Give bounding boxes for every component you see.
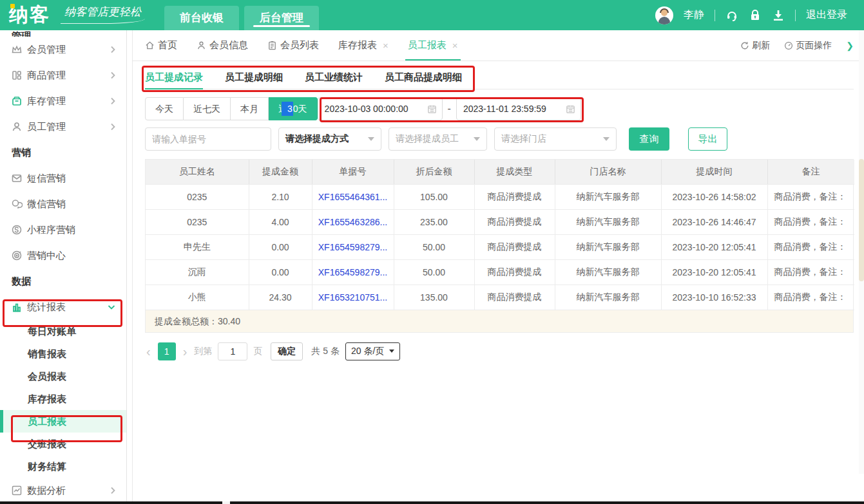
brand: 纳客 纳客管店更轻松 bbox=[0, 0, 145, 30]
sidebar-item-inventory-report[interactable]: 库存报表 bbox=[0, 387, 126, 410]
commission-employee-select[interactable]: 请选择提成员工 bbox=[389, 127, 487, 151]
range-month-button[interactable]: 本月 bbox=[231, 97, 269, 120]
header-right: 李静 退出登录 bbox=[655, 0, 864, 30]
col-order-no: 单据号 bbox=[312, 160, 394, 184]
tab-home[interactable]: 首页 bbox=[145, 30, 177, 61]
page-1-button[interactable]: 1 bbox=[158, 342, 176, 360]
tab-member-list[interactable]: 会员列表 bbox=[267, 30, 319, 61]
sidebar-item-data-analysis[interactable]: 数据分析 bbox=[0, 478, 126, 503]
sidebar-item-marketing-center[interactable]: 营销中心 bbox=[0, 243, 126, 268]
sidebar-item-inventory-mgmt[interactable]: 库存管理 bbox=[0, 88, 126, 114]
sidebar-item-miniprogram-marketing[interactable]: 小程序营销 bbox=[0, 217, 126, 243]
calendar-icon[interactable] bbox=[566, 104, 575, 114]
gauge-icon bbox=[784, 41, 793, 50]
commission-total-row: 提成金额总额：30.40 bbox=[145, 310, 854, 333]
chevron-right-icon bbox=[110, 122, 116, 131]
next-page-button[interactable]: › bbox=[182, 343, 189, 360]
download-icon[interactable] bbox=[772, 9, 785, 22]
subtab-performance-stats[interactable]: 员工业绩统计 bbox=[305, 71, 363, 89]
col-commission-time: 提成时间 bbox=[661, 160, 767, 184]
cell-store: 纳新汽车服务部 bbox=[555, 209, 661, 234]
range-7days-button[interactable]: 近七天 bbox=[184, 97, 231, 120]
cell-remark: 商品消费，备注： bbox=[767, 234, 854, 259]
chevron-right-icon[interactable]: ❯ bbox=[846, 41, 854, 51]
sidebar-item-member-report[interactable]: 会员报表 bbox=[0, 365, 126, 387]
sidebar-item-member-mgmt[interactable]: 会员管理 bbox=[0, 37, 126, 62]
order-no-link[interactable]: XF1654598279... bbox=[318, 242, 387, 252]
cell-remark: 商品消费，备注： bbox=[767, 285, 854, 310]
table-row: 0235 4.00 XF1655463286... 235.00 商品消费提成 … bbox=[146, 209, 854, 234]
cell-remark: 商品消费，备注： bbox=[767, 259, 854, 285]
table-row: 申先生 0.00 XF1654598279... 50.00 商品消费提成 纳新… bbox=[146, 234, 854, 259]
person-icon bbox=[11, 121, 23, 133]
tab-member-info[interactable]: 会员信息 bbox=[197, 30, 248, 61]
table-row: 0235 2.10 XF1655464361... 105.00 商品消费提成 … bbox=[146, 184, 854, 209]
page-unit-label: 页 bbox=[253, 346, 262, 357]
refresh-button[interactable]: 刷新 bbox=[740, 40, 770, 51]
search-button[interactable]: 查询 bbox=[629, 127, 669, 151]
sidebar-item-sales-report[interactable]: 销售报表 bbox=[0, 342, 126, 365]
page-operations-button[interactable]: 页面操作 bbox=[784, 40, 832, 51]
sidebar-item-daily-reconciliation[interactable]: 每日对账单 bbox=[0, 320, 126, 342]
caret-down-icon bbox=[389, 350, 394, 353]
vertical-scrollbar[interactable] bbox=[859, 30, 864, 474]
sidebar-clipped-label: 管理 bbox=[0, 30, 126, 37]
close-icon[interactable]: × bbox=[452, 40, 458, 51]
wechat-icon bbox=[11, 198, 23, 210]
close-icon[interactable]: × bbox=[383, 40, 389, 51]
order-no-link[interactable]: XF1655464361... bbox=[318, 192, 387, 202]
commission-method-select[interactable]: 请选择提成方式 bbox=[278, 127, 381, 151]
sidebar: 管理 会员管理 商品管理 bbox=[0, 30, 127, 504]
headset-icon[interactable] bbox=[725, 9, 738, 22]
cell-store: 纳新汽车服务部 bbox=[555, 259, 661, 285]
scrollbar-thumb[interactable] bbox=[859, 159, 864, 281]
clipboard-icon bbox=[267, 41, 277, 50]
sidebar-item-finance-settlement[interactable]: 财务结算 bbox=[0, 455, 126, 478]
order-no-link[interactable]: XF1653210751... bbox=[318, 292, 387, 303]
sidebar-item-stats-reports[interactable]: 统计报表 bbox=[0, 294, 126, 320]
cell-employee: 沉雨 bbox=[146, 259, 249, 285]
start-date-input[interactable]: 2023-10-03 00:00:00 bbox=[318, 97, 443, 120]
crown-icon bbox=[11, 44, 23, 55]
subtab-commission-details[interactable]: 员工提成明细 bbox=[225, 71, 283, 89]
subtab-goods-commission-details[interactable]: 员工商品提成明细 bbox=[385, 71, 462, 89]
date-separator: - bbox=[448, 103, 451, 115]
page-size-select[interactable]: 20 条/页 bbox=[345, 342, 400, 360]
store-select[interactable]: 请选择门店 bbox=[494, 127, 617, 151]
tab-inventory-report[interactable]: 库存报表 × bbox=[338, 30, 389, 61]
cell-type: 商品消费提成 bbox=[474, 285, 555, 310]
end-date-input[interactable]: 2023-11-01 23:59:59 bbox=[456, 97, 581, 120]
logo-accent bbox=[10, 4, 15, 8]
goto-page-input[interactable] bbox=[218, 342, 247, 360]
cell-store: 纳新汽车服务部 bbox=[555, 234, 661, 259]
envelope-icon bbox=[11, 173, 23, 184]
home-icon bbox=[145, 41, 155, 50]
nav-front-cashier[interactable]: 前台收银 bbox=[164, 6, 239, 30]
order-no-input[interactable] bbox=[145, 127, 271, 151]
table-row: 小熊 24.30 XF1653210751... 135.00 商品消费提成 纳… bbox=[146, 285, 854, 310]
subtab-commission-records[interactable]: 员工提成记录 bbox=[145, 71, 203, 89]
calendar-icon[interactable] bbox=[427, 104, 437, 114]
range-today-button[interactable]: 今天 bbox=[145, 97, 184, 120]
bar-chart-icon bbox=[11, 301, 23, 313]
sidebar-item-wechat-marketing[interactable]: 微信营销 bbox=[0, 191, 126, 217]
user-avatar[interactable] bbox=[655, 6, 673, 24]
nav-backend-admin[interactable]: 后台管理 bbox=[244, 6, 319, 30]
sidebar-item-employee-report[interactable]: 员工报表 bbox=[0, 410, 126, 433]
sidebar-item-shift-report[interactable]: 交班报表 bbox=[0, 433, 126, 455]
sidebar-item-sms-marketing[interactable]: 短信营销 bbox=[0, 165, 126, 191]
export-button[interactable]: 导出 bbox=[688, 127, 727, 151]
tab-employee-report[interactable]: 员工报表 × bbox=[408, 30, 458, 61]
chevron-right-icon bbox=[110, 97, 116, 106]
cell-type: 商品消费提成 bbox=[474, 259, 555, 285]
sidebar-item-employee-mgmt[interactable]: 员工管理 bbox=[0, 114, 126, 140]
logout-button[interactable]: 退出登录 bbox=[806, 8, 847, 22]
sidebar-item-goods-mgmt[interactable]: 商品管理 bbox=[0, 62, 126, 88]
order-no-link[interactable]: XF1654598279... bbox=[318, 267, 387, 277]
confirm-button[interactable]: 确定 bbox=[271, 342, 303, 360]
lock-icon[interactable] bbox=[749, 9, 762, 22]
prev-page-button[interactable]: ‹ bbox=[145, 343, 152, 360]
range-30days-button[interactable]: 近30天 bbox=[269, 97, 318, 120]
order-no-link[interactable]: XF1655463286... bbox=[318, 217, 387, 227]
cell-discounted: 135.00 bbox=[394, 285, 474, 310]
